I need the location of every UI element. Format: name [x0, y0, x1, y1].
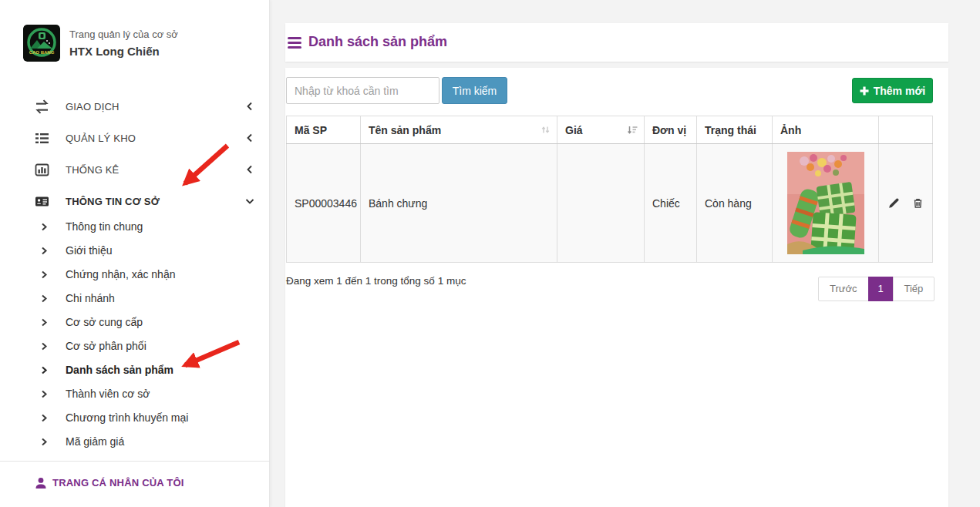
chevron-left-icon: [245, 133, 254, 143]
chevron-left-icon: [245, 102, 254, 111]
banh-chung-product-photo: [787, 152, 864, 254]
brand-block: CAO BANG Trang quản lý của cơ sở HTX Lon…: [23, 25, 178, 62]
sidebar-subitem-label: Chi nhánh: [66, 287, 115, 311]
sidebar-subitem-label: Cơ sở cung cấp: [66, 311, 143, 334]
sidebar-subitem-chung-nhan[interactable]: Chứng nhận, xác nhận: [0, 263, 270, 287]
pagination-prev-button[interactable]: Trước: [818, 277, 869, 301]
column-header-anh: Ảnh: [773, 116, 879, 144]
edit-pencil-icon[interactable]: [888, 197, 900, 209]
sidebar-subitem-label: Danh sách sản phẩm: [66, 358, 173, 382]
logo-text: CAO BANG: [29, 50, 55, 55]
hamburger-menu-icon[interactable]: [288, 35, 305, 50]
sidebar-subitem-danh-sach-san-pham[interactable]: Danh sách sản phẩm: [0, 358, 270, 382]
id-card-icon: [35, 194, 49, 209]
sidebar-subitem-thanh-vien-co-so[interactable]: Thành viên cơ sở: [0, 382, 270, 406]
sort-amount-desc-icon: [627, 125, 638, 135]
org-logo: CAO BANG: [23, 25, 60, 62]
chevron-right-icon: [40, 270, 49, 279]
cell-product-photo: [773, 144, 879, 263]
sidebar-subitem-label: Thành viên cơ sở: [66, 382, 150, 406]
chevron-left-icon: [245, 165, 254, 174]
sidebar-subitem-chuong-trinh-khuyen-mai[interactable]: Chương trình khuyến mại: [0, 406, 270, 430]
sidebar-item-my-profile[interactable]: TRANG CÁ NHÂN CỦA TÔI: [0, 470, 270, 496]
column-header-ma-sp: Mã SP: [287, 116, 361, 144]
add-new-button[interactable]: Thêm mới: [852, 78, 933, 103]
column-header-trang-thai: Trạng thái: [697, 116, 773, 144]
chevron-right-icon: [40, 342, 49, 351]
cell-actions: [879, 144, 933, 263]
sidebar-subitem-co-so-phan-phoi[interactable]: Cơ sở phân phối: [0, 334, 270, 358]
search-button[interactable]: Tìm kiếm: [442, 77, 507, 104]
pagination-next-button[interactable]: Tiếp: [893, 277, 935, 301]
pagination: Trước 1 Tiếp: [818, 277, 935, 301]
chevron-right-icon: [40, 294, 49, 303]
sidebar-divider: [0, 461, 270, 462]
sidebar-subitem-label: Thông tin chung: [66, 215, 143, 239]
table-row: SP00003446 Bánh chưng Chiếc Còn hàng: [287, 144, 933, 263]
plus-icon: [860, 86, 869, 96]
brand-subtitle: Trang quản lý của cơ sở: [69, 29, 178, 40]
sidebar-subitem-label: Chứng nhận, xác nhận: [66, 263, 175, 287]
products-table: Mã SP Tên sản phẩm Giá: [286, 116, 933, 263]
my-profile-label: TRANG CÁ NHÂN CỦA TÔI: [52, 470, 184, 496]
chevron-right-icon: [40, 318, 49, 327]
cell-product-status: Còn hàng: [697, 144, 773, 263]
sidebar-item-label: THÔNG TIN CƠ SỞ: [66, 186, 160, 217]
pagination-page-1[interactable]: 1: [868, 277, 894, 301]
table-header-row: Mã SP Tên sản phẩm Giá: [287, 116, 933, 144]
sidebar-item-label: QUẢN LÝ KHO: [66, 123, 136, 154]
page-title: Danh sách sản phẩm: [308, 34, 447, 50]
column-header-don-vi: Đơn vị: [645, 116, 697, 144]
bar-chart-icon: [35, 163, 49, 177]
add-new-label: Thêm mới: [874, 85, 926, 97]
sidebar-subitem-label: Chương trình khuyến mại: [66, 406, 188, 430]
sidebar-subitem-co-so-cung-cap[interactable]: Cơ sở cung cấp: [0, 311, 270, 334]
sidebar-item-thong-ke[interactable]: THỐNG KÊ: [0, 154, 270, 186]
column-header-actions: [879, 116, 933, 144]
sidebar-item-thong-tin-co-so[interactable]: THÔNG TIN CƠ SỞ: [0, 186, 270, 217]
chevron-right-icon: [40, 438, 49, 446]
sidebar-subitem-thong-tin-chung[interactable]: Thông tin chung: [0, 215, 270, 239]
content-panel: Tìm kiếm Thêm mới Mã SP Tên sản phẩm: [285, 68, 948, 507]
sidebar: CAO BANG Trang quản lý của cơ sở HTX Lon…: [0, 0, 270, 507]
search-input[interactable]: [286, 77, 439, 104]
sidebar-item-giao-dich[interactable]: GIAO DỊCH: [0, 91, 270, 123]
sidebar-item-label: THỐNG KÊ: [66, 154, 120, 186]
chevron-right-icon: [40, 390, 49, 398]
cell-product-code: SP00003446: [287, 144, 361, 263]
sidebar-item-quan-ly-kho[interactable]: QUẢN LÝ KHO: [0, 123, 270, 154]
page-header: Danh sách sản phẩm: [285, 23, 948, 62]
sidebar-subitem-chi-nhanh[interactable]: Chi nhánh: [0, 287, 270, 311]
cell-product-name: Bánh chưng: [361, 144, 557, 263]
tasks-icon: [35, 131, 49, 146]
brand-org-name: HTX Long Chiến: [69, 45, 178, 58]
sidebar-item-label: GIAO DỊCH: [66, 91, 120, 123]
column-header-gia[interactable]: Giá: [557, 116, 645, 144]
sort-both-icon: [541, 125, 551, 135]
cell-product-price: [557, 144, 645, 263]
sidebar-subitem-gioi-thieu[interactable]: Giới thiệu: [0, 239, 270, 263]
chevron-right-icon: [40, 366, 49, 374]
delete-trash-icon[interactable]: [912, 197, 924, 209]
column-header-ten-san-pham[interactable]: Tên sản phẩm: [361, 116, 557, 144]
sidebar-subitem-ma-giam-gia[interactable]: Mã giảm giá: [0, 430, 270, 454]
table-info-text: Đang xem 1 đến 1 trong tổng số 1 mục: [286, 275, 466, 287]
column-header-label: Giá: [565, 124, 583, 136]
main-area: Danh sách sản phẩm Tìm kiếm Thêm mới Mã …: [270, 0, 980, 507]
person-icon: [35, 477, 47, 489]
sidebar-subitem-label: Cơ sở phân phối: [66, 334, 146, 358]
sidebar-subitem-label: Mã giảm giá: [66, 430, 124, 454]
sidebar-subitem-label: Giới thiệu: [66, 239, 113, 263]
chevron-right-icon: [40, 414, 49, 422]
chevron-down-icon: [245, 196, 254, 206]
chevron-right-icon: [40, 223, 49, 231]
exchange-icon: [35, 99, 49, 114]
column-header-label: Tên sản phẩm: [369, 124, 441, 136]
chevron-right-icon: [40, 247, 49, 255]
cell-product-unit: Chiếc: [645, 144, 697, 263]
